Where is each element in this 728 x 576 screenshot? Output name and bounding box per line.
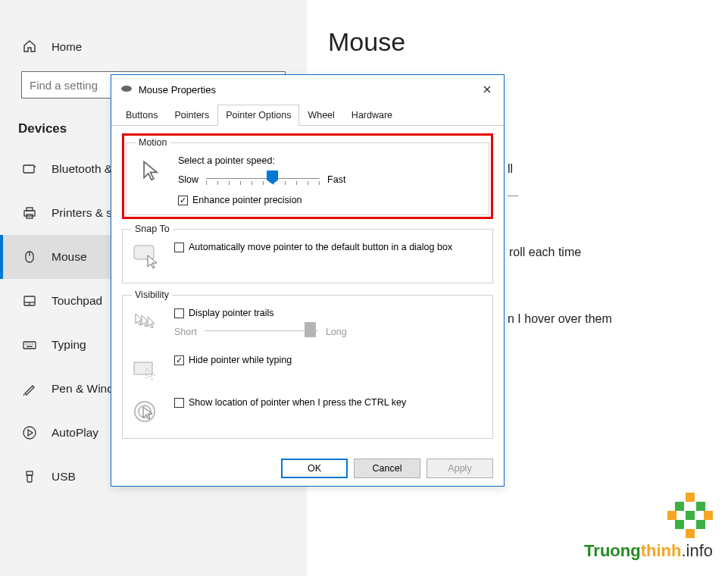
printer-icon xyxy=(21,205,38,221)
pointer-speed-label: Select a pointer speed: xyxy=(178,155,480,166)
watermark-logo-icon xyxy=(667,493,713,538)
pointer-speed-slider[interactable] xyxy=(206,172,320,187)
slow-label: Slow xyxy=(178,174,198,185)
fast-label: Fast xyxy=(327,174,345,185)
nav-home-label: Home xyxy=(52,40,82,53)
pen-icon xyxy=(21,380,38,397)
trails-length-slider xyxy=(205,324,318,340)
obscured-underline xyxy=(508,196,518,196)
checkbox-icon: ✓ xyxy=(174,355,184,365)
page-title: Mouse xyxy=(328,27,707,57)
svg-rect-2 xyxy=(24,211,35,216)
obscured-text: n I hover over them xyxy=(508,309,728,329)
bluetooth-icon xyxy=(21,161,38,177)
hide-typing-icon xyxy=(132,355,164,387)
checkbox-label: Automatically move pointer to the defaul… xyxy=(189,242,452,252)
checkbox-label: Hide pointer while typing xyxy=(189,355,292,365)
svg-rect-0 xyxy=(23,165,34,173)
dialog-body: Motion Select a pointer speed: Slow xyxy=(111,126,504,451)
motion-legend: Motion xyxy=(136,137,170,148)
checkbox-label: Enhance pointer precision xyxy=(192,195,302,205)
cancel-button[interactable]: Cancel xyxy=(354,459,420,478)
motion-highlight-border: Motion Select a pointer speed: Slow xyxy=(122,133,493,219)
home-icon xyxy=(21,38,38,55)
svg-point-14 xyxy=(32,343,33,344)
sidebar-item-label: Mouse xyxy=(52,250,87,264)
obscured-text: roll each time xyxy=(509,243,728,262)
ok-button[interactable]: OK xyxy=(281,459,348,478)
tab-buttons[interactable]: Buttons xyxy=(117,105,166,126)
mouse-small-icon xyxy=(120,84,133,95)
checkbox-label: Show location of pointer when I press th… xyxy=(189,397,406,408)
mouse-properties-dialog: Mouse Properties Buttons Pointers Pointe… xyxy=(111,74,505,487)
svg-rect-10 xyxy=(23,342,36,349)
snapto-legend: Snap To xyxy=(132,224,173,234)
svg-rect-20 xyxy=(134,246,154,259)
autoplay-icon xyxy=(21,424,38,441)
svg-point-12 xyxy=(27,343,28,344)
dialog-title-text: Mouse Properties xyxy=(139,84,216,95)
checkbox-icon: ✓ xyxy=(178,196,188,205)
tab-pointer-options[interactable]: Pointer Options xyxy=(217,105,299,126)
tab-pointers[interactable]: Pointers xyxy=(166,105,217,126)
mouse-icon xyxy=(21,249,38,265)
slider-thumb xyxy=(305,322,316,337)
long-label: Long xyxy=(326,327,347,337)
visibility-legend: Visibility xyxy=(132,290,172,300)
checkbox-label: Display pointer trails xyxy=(189,308,274,318)
svg-point-19 xyxy=(121,86,132,92)
touchpad-icon xyxy=(21,293,38,309)
dialog-button-row: OK Cancel Apply xyxy=(111,451,504,486)
keyboard-icon xyxy=(21,337,38,353)
dialog-titlebar: Mouse Properties xyxy=(111,75,504,104)
checkbox-icon xyxy=(174,243,184,252)
pointer-trails-checkbox[interactable]: Display pointer trails xyxy=(174,308,483,318)
trails-icon xyxy=(132,308,164,340)
svg-point-16 xyxy=(23,427,36,439)
snapto-checkbox[interactable]: Automatically move pointer to the defaul… xyxy=(174,242,483,252)
sidebar-item-label: Touchpad xyxy=(52,294,102,308)
svg-point-13 xyxy=(30,343,30,344)
svg-rect-18 xyxy=(27,475,32,482)
snapto-icon xyxy=(132,242,164,274)
apply-button: Apply xyxy=(426,459,493,478)
enhance-precision-checkbox[interactable]: ✓ Enhance pointer precision xyxy=(178,195,480,205)
svg-rect-17 xyxy=(27,471,33,475)
ctrl-locate-checkbox[interactable]: Show location of pointer when I press th… xyxy=(174,397,483,408)
svg-rect-3 xyxy=(27,208,33,211)
checkbox-icon xyxy=(174,398,184,408)
short-label: Short xyxy=(174,327,197,337)
svg-point-11 xyxy=(25,343,26,344)
obscured-text: ll xyxy=(508,159,728,179)
svg-rect-15 xyxy=(27,346,33,347)
checkbox-icon xyxy=(174,308,184,318)
hide-while-typing-checkbox[interactable]: ✓ Hide pointer while typing xyxy=(174,355,483,365)
usb-icon xyxy=(21,468,38,485)
watermark: Truongthinh.info xyxy=(584,493,713,561)
close-button[interactable] xyxy=(480,83,495,96)
svg-point-1 xyxy=(34,166,36,167)
sidebar-item-label: USB xyxy=(52,470,76,484)
nav-home[interactable]: Home xyxy=(0,30,307,62)
ctrl-locate-icon xyxy=(132,397,164,429)
dialog-tabs: Buttons Pointers Pointer Options Wheel H… xyxy=(111,104,504,126)
tab-hardware[interactable]: Hardware xyxy=(343,105,401,126)
sidebar-item-label: AutoPlay xyxy=(52,426,98,440)
pointer-motion-icon xyxy=(136,155,167,187)
watermark-text: Truongthinh.info xyxy=(584,541,713,561)
svg-rect-21 xyxy=(134,362,152,374)
sidebar-item-label: Typing xyxy=(52,338,86,352)
tab-wheel[interactable]: Wheel xyxy=(299,105,342,126)
